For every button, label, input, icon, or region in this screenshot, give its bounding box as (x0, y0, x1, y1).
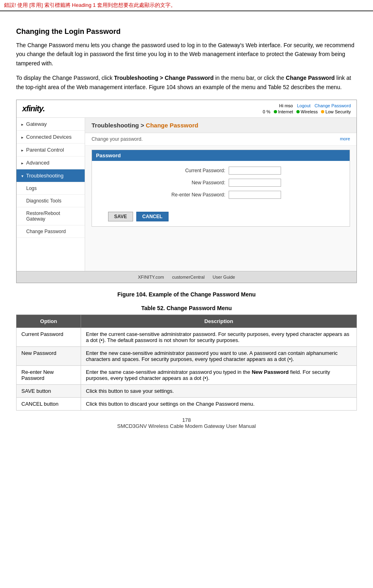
wireless-label: Wireless (301, 109, 318, 114)
table-row: CANCEL buttonClick this button to discar… (17, 397, 357, 410)
sidebar-item-logs[interactable]: Logs (17, 182, 85, 195)
security-dot (321, 110, 324, 113)
main-content: Changing the Login Password The Change P… (0, 11, 373, 444)
content-header: Troubleshooting > Change Password (85, 118, 356, 133)
content-header-text: Troubleshooting > Change Password (92, 122, 198, 129)
change-password-table: OptionDescription Current PasswordEnter … (16, 315, 357, 411)
reenter-password-label: Re-enter New Password: (161, 192, 225, 198)
security-label: Low Security (325, 109, 351, 114)
password-section: Password Current Password: New Password:… (92, 150, 350, 227)
header-top-links: Hi mso Logout Change Password (279, 103, 351, 108)
sidebar-item-connected-devices[interactable]: ▸ Connected Devices (17, 131, 85, 144)
reenter-password-row: Re-enter New Password: (96, 191, 346, 199)
table-header-option: Option (17, 315, 81, 327)
sidebar-item-label: Logs (26, 186, 37, 191)
logout-link[interactable]: Logout (297, 103, 310, 108)
sidebar-item-troubleshooting[interactable]: ▾ Troubleshooting (17, 169, 85, 182)
footer-link-user-guide[interactable]: User Guide (213, 275, 235, 279)
header-right: Hi mso Logout Change Password 0 % Intern… (263, 103, 351, 114)
table-row: Current PasswordEnter the current case-s… (17, 327, 357, 346)
sidebar-item-label: Restore/Reboot Gateway (26, 211, 60, 222)
sidebar-item-advanced[interactable]: ▸ Advanced (17, 156, 85, 169)
table-cell-description: Click this button to save your settings. (81, 384, 357, 397)
description-text: Change your password. (92, 136, 143, 142)
body-text-middle: in the menu bar, or click the (214, 75, 286, 81)
body-paragraph-1: The Change Password menu lets you change… (16, 41, 357, 68)
status-icons: 0 % Internet Wireless Low Security (263, 109, 351, 114)
table-cell-option: CANCEL button (17, 397, 81, 410)
table-cell-description: Enter the current case-sensitive adminis… (81, 327, 357, 346)
content-area: Troubleshooting > Change Password more C… (85, 118, 356, 271)
save-button[interactable]: SAVE (108, 212, 133, 221)
cancel-button[interactable]: CANCEL (136, 212, 169, 221)
new-password-label: New Password: (161, 180, 225, 186)
internet-label: Internet (278, 109, 293, 114)
sidebar-item-label: Advanced (26, 160, 50, 166)
page-footer: 178 SMCD3GNV Wireless Cable Modem Gatewa… (16, 411, 357, 436)
sidebar-item-label: Troubleshooting (26, 173, 64, 179)
error-banner-text: 錯誤! 使用 [常用] 索引標籤將 Heading 1 套用到您想要在此處顯示的… (4, 2, 176, 8)
table-cell-description: Enter the same case-sensitive administra… (81, 365, 357, 384)
figure-caption: Figure 104. Example of the Change Passwo… (16, 291, 357, 298)
new-password-row: New Password: (96, 179, 346, 187)
button-row: SAVE CANCEL (92, 209, 350, 226)
password-section-header: Password (92, 150, 350, 161)
table-cell-description: Enter the new case-sensitive administrat… (81, 346, 357, 365)
table-body: Current PasswordEnter the current case-s… (17, 327, 357, 410)
chevron-right-icon: ▸ (21, 148, 25, 152)
table-header-description: Description (81, 315, 357, 327)
section-title: Changing the Login Password (16, 27, 357, 36)
sidebar-item-restore-reboot-gateway[interactable]: Restore/Reboot Gateway (17, 207, 85, 225)
chevron-down-icon: ▾ (21, 174, 25, 178)
sidebar-item-gateway[interactable]: ▸ Gateway (17, 118, 85, 131)
reenter-password-input[interactable] (229, 191, 281, 199)
screenshot-frame: xfinity. Hi mso Logout Change Password 0… (16, 100, 357, 283)
chevron-right-icon: ▸ (21, 122, 25, 127)
footer-link-xfinity.com[interactable]: XFINITY.com (138, 275, 164, 279)
interface-body: ▸ Gateway▸ Connected Devices▸ Parental C… (17, 118, 356, 271)
body-paragraph-2: To display the Change Password, click Tr… (16, 73, 357, 92)
xfinity-footer: XFINITY.comcustomerCentralUser Guide (17, 271, 356, 283)
xfinity-header: xfinity. Hi mso Logout Change Password 0… (17, 100, 356, 118)
wireless-dot (296, 110, 300, 113)
xfinity-logo: xfinity. (22, 104, 45, 113)
form-body: Current Password: New Password: Re-enter… (92, 161, 350, 209)
table-cell-option: Current Password (17, 327, 81, 346)
body-text-bold2: Change Password (286, 75, 335, 81)
sidebar-item-label: Parental Control (26, 147, 64, 153)
more-link[interactable]: more (340, 136, 350, 141)
change-password-header-link[interactable]: Change Password (315, 103, 351, 108)
footer-link-customercentral[interactable]: customerCentral (172, 275, 205, 279)
table-cell-description: Click this button to discard your settin… (81, 397, 357, 410)
status-security: Low Security (321, 109, 351, 114)
sidebar-item-parental-control[interactable]: ▸ Parental Control (17, 144, 85, 156)
chevron-right-icon: ▸ (21, 135, 25, 140)
sidebar: ▸ Gateway▸ Connected Devices▸ Parental C… (17, 118, 85, 271)
body-text-bold1: Troubleshooting > Change Password (114, 75, 214, 81)
current-password-label: Current Password: (161, 168, 225, 173)
status-internet: Internet (274, 109, 293, 114)
sidebar-item-label: Gateway (26, 121, 47, 127)
sidebar-item-diagnostic-tools[interactable]: Diagnostic Tools (17, 195, 85, 207)
new-password-input[interactable] (229, 179, 281, 187)
error-banner: 錯誤! 使用 [常用] 索引標籤將 Heading 1 套用到您想要在此處顯示的… (0, 0, 373, 11)
sidebar-item-change-password[interactable]: Change Password (17, 225, 85, 238)
table-row: Re-enter New PasswordEnter the same case… (17, 365, 357, 384)
table-caption: Table 52. Change Password Menu (16, 305, 357, 311)
internet-dot (274, 110, 277, 113)
table-header-row: OptionDescription (17, 315, 357, 327)
status-percent: 0 % (263, 109, 271, 114)
sidebar-item-label: Connected Devices (26, 134, 72, 140)
sidebar-item-label: Change Password (26, 229, 66, 234)
bold-text: New Password (252, 369, 289, 375)
greeting-text: Hi mso (279, 103, 293, 108)
status-wireless: Wireless (296, 109, 318, 114)
chevron-right-icon: ▸ (21, 161, 25, 165)
current-password-input[interactable] (229, 167, 281, 175)
page-number: 178 (23, 417, 350, 423)
table-row: New PasswordEnter the new case-sensitive… (17, 346, 357, 365)
body-text-prefix: To display the Change Password, click (16, 75, 114, 81)
table-cell-option: SAVE button (17, 384, 81, 397)
table-cell-option: New Password (17, 346, 81, 365)
table-row: SAVE buttonClick this button to save you… (17, 384, 357, 397)
